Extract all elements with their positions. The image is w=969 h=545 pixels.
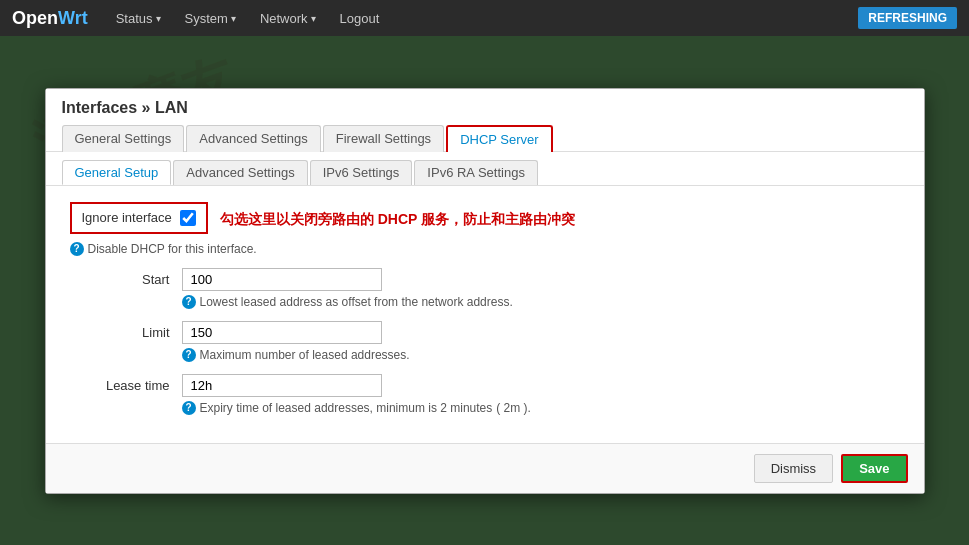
chevron-down-icon: ▾ <box>156 13 161 24</box>
modal-dialog: Interfaces » LAN General Settings Advanc… <box>45 88 925 494</box>
sub-tab-ipv6-settings[interactable]: IPv6 Settings <box>310 160 413 185</box>
ignore-interface-label: Ignore interface <box>82 210 172 225</box>
refreshing-button[interactable]: REFRESHING <box>858 7 957 29</box>
nav-status[interactable]: Status ▾ <box>112 11 165 26</box>
brand-logo: OpenWrt <box>12 8 88 29</box>
tab-firewall-settings[interactable]: Firewall Settings <box>323 125 444 152</box>
lease-time-label: Lease time <box>70 374 170 393</box>
help-icon: ? <box>70 242 84 256</box>
save-button[interactable]: Save <box>841 454 907 483</box>
start-row: Start <box>70 268 900 291</box>
lease-hint: ? Expiry time of leased addresses, minim… <box>182 401 900 415</box>
ignore-interface-checkbox[interactable] <box>180 210 196 226</box>
sub-tabs-bar: General Setup Advanced Settings IPv6 Set… <box>46 152 924 186</box>
lease-time-row: Lease time <box>70 374 900 397</box>
sub-tab-ipv6-ra-settings[interactable]: IPv6 RA Settings <box>414 160 538 185</box>
tab-advanced-settings[interactable]: Advanced Settings <box>186 125 320 152</box>
start-hint: ? Lowest leased address as offset from t… <box>182 295 900 309</box>
modal-title: Interfaces » LAN <box>62 99 908 117</box>
help-icon-start: ? <box>182 295 196 309</box>
nav-logout[interactable]: Logout <box>336 11 384 26</box>
limit-row: Limit <box>70 321 900 344</box>
start-label: Start <box>70 268 170 287</box>
modal-tabs: General Settings Advanced Settings Firew… <box>62 125 908 152</box>
annotation-text: 勾选这里以关闭旁路由的 DHCP 服务，防止和主路由冲突 <box>220 211 575 229</box>
dismiss-button[interactable]: Dismiss <box>754 454 834 483</box>
tab-general-settings[interactable]: General Settings <box>62 125 185 152</box>
help-icon-limit: ? <box>182 348 196 362</box>
ignore-interface-section: Ignore interface 勾选这里以关闭旁路由的 DHCP 服务，防止和… <box>70 202 900 238</box>
nav-network[interactable]: Network ▾ <box>256 11 320 26</box>
limit-hint: ? Maximum number of leased addresses. <box>182 348 900 362</box>
disable-dhcp-help: ? Disable DHCP for this interface. <box>70 242 900 256</box>
help-icon-lease: ? <box>182 401 196 415</box>
modal-overlay: Interfaces » LAN General Settings Advanc… <box>0 36 969 545</box>
limit-label: Limit <box>70 321 170 340</box>
nav-system[interactable]: System ▾ <box>181 11 240 26</box>
navbar: OpenWrt Status ▾ System ▾ Network ▾ Logo… <box>0 0 969 36</box>
lease-time-input[interactable] <box>182 374 382 397</box>
chevron-down-icon: ▾ <box>231 13 236 24</box>
sub-tab-advanced-settings[interactable]: Advanced Settings <box>173 160 307 185</box>
sub-tab-general-setup[interactable]: General Setup <box>62 160 172 185</box>
modal-body: Ignore interface 勾选这里以关闭旁路由的 DHCP 服务，防止和… <box>46 186 924 443</box>
chevron-down-icon: ▾ <box>311 13 316 24</box>
modal-footer: Dismiss Save <box>46 443 924 493</box>
limit-input[interactable] <box>182 321 382 344</box>
tab-dhcp-server[interactable]: DHCP Server <box>446 125 553 152</box>
ignore-interface-box: Ignore interface <box>70 202 208 234</box>
modal-header: Interfaces » LAN General Settings Advanc… <box>46 89 924 152</box>
start-input[interactable] <box>182 268 382 291</box>
